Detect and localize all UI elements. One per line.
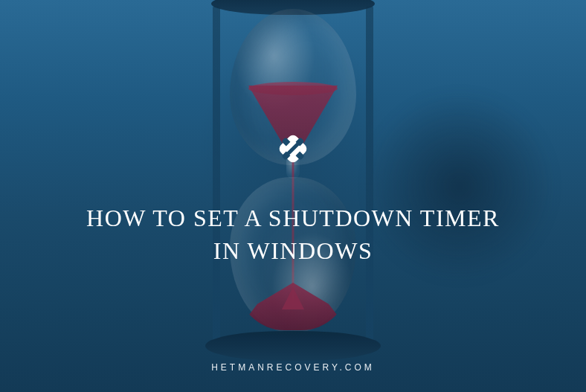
hourglass-post-left (213, 6, 220, 342)
hourglass-illustration (204, 0, 382, 364)
hourglass-cap-top (211, 0, 375, 15)
hourglass-sand-cone (282, 287, 304, 309)
hero-banner: HOW TO SET A SHUTDOWN TIMER IN WINDOWS H… (0, 0, 586, 392)
hourglass-sand-bottom (237, 283, 349, 330)
hourglass-cap-bottom (205, 331, 381, 361)
brand-logo-icon (269, 125, 317, 173)
hourglass-sand-top-surface (248, 82, 338, 95)
brand-domain-text: HETMANRECOVERY.COM (211, 362, 375, 373)
article-title: HOW TO SET A SHUTDOWN TIMER IN WINDOWS (55, 202, 531, 266)
hourglass-post-right (366, 6, 373, 342)
